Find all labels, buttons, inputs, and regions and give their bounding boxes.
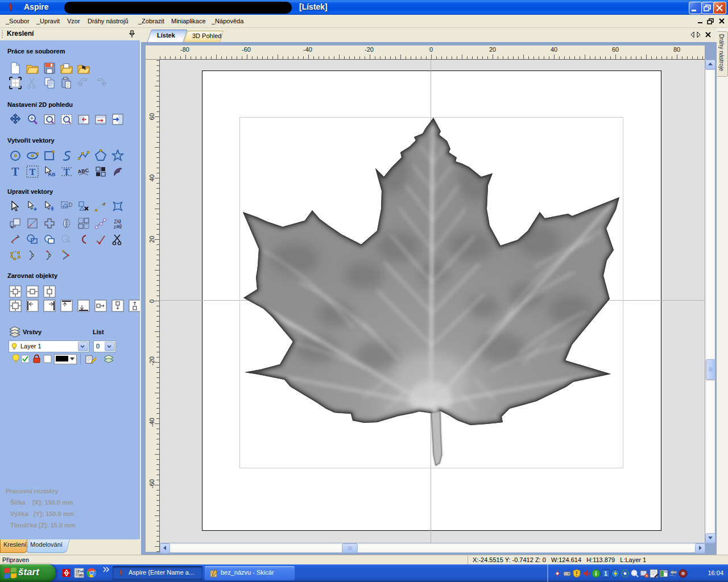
svg-text:3D: 3D: [78, 573, 83, 577]
svg-text:T: T: [30, 167, 36, 177]
svg-text:zag: zag: [113, 223, 122, 230]
svg-text:T: T: [64, 167, 70, 177]
svg-text:AB: AB: [48, 172, 56, 177]
svg-text:i: i: [595, 571, 597, 577]
svg-text:1: 1: [604, 571, 607, 577]
svg-text:T: T: [11, 165, 19, 178]
svg-text:Cut: Cut: [78, 569, 84, 573]
